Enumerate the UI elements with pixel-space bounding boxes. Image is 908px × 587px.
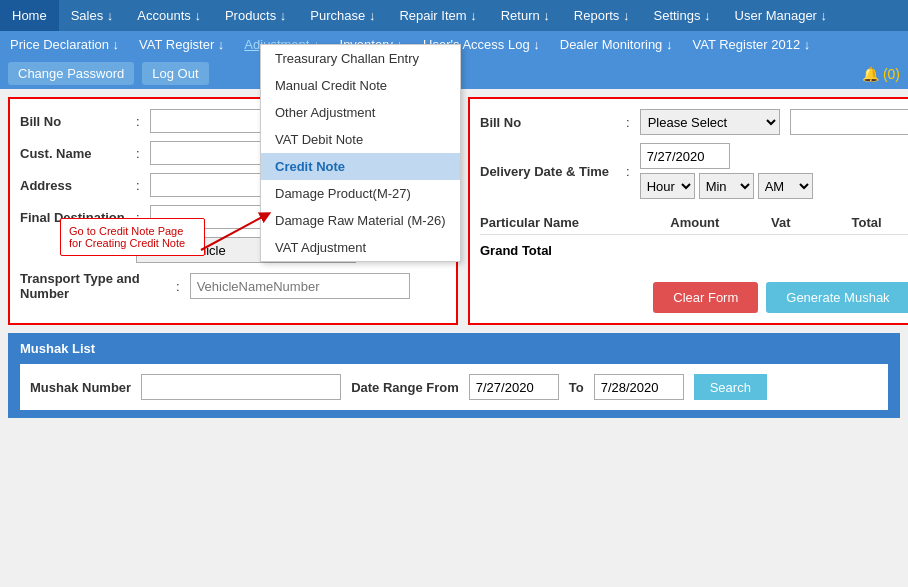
hour-select[interactable]: Hour	[640, 173, 695, 199]
nav-reports[interactable]: Reports ↓	[562, 0, 642, 31]
nav-accounts[interactable]: Accounts ↓	[125, 0, 213, 31]
date-from-input[interactable]	[469, 374, 559, 400]
nav-sales[interactable]: Sales ↓	[59, 0, 126, 31]
change-password-button[interactable]: Change Password	[8, 62, 134, 85]
date-range-label: Date Range From	[351, 380, 459, 395]
nav-user-manager[interactable]: User Manager ↓	[723, 0, 839, 31]
delivery-label: Delivery Date & Time	[480, 164, 620, 179]
delivery-colon: :	[626, 164, 630, 179]
mushak-title: Mushak List	[20, 341, 888, 356]
date-to-input[interactable]	[594, 374, 684, 400]
mushak-form: Mushak Number Date Range From To Search	[20, 364, 888, 410]
bill-no-label: Bill No	[20, 114, 130, 129]
nav-return[interactable]: Return ↓	[489, 0, 562, 31]
th-amount: Amount	[652, 215, 738, 230]
menu-credit-note[interactable]: Credit Note	[261, 153, 460, 180]
mushak-number-label: Mushak Number	[30, 380, 131, 395]
please-select-dropdown[interactable]: Please Select	[640, 109, 780, 135]
credit-note-tooltip: Go to Credit Note Page for Creating Cred…	[60, 218, 205, 256]
nav-dealer-monitoring[interactable]: Dealer Monitoring ↓	[550, 31, 683, 58]
svg-line-1	[201, 215, 266, 250]
transport-row: Transport Type and Number :	[20, 271, 446, 301]
cust-name-label: Cust. Name	[20, 146, 130, 161]
logout-button[interactable]: Log Out	[142, 62, 208, 85]
nav-home[interactable]: Home	[0, 0, 59, 31]
bill-no-colon: :	[136, 114, 140, 129]
mushak-search-button[interactable]: Search	[694, 374, 767, 400]
grand-total-row: Grand Total	[480, 239, 908, 262]
right-bill-no-label: Bill No	[480, 115, 620, 130]
menu-other-adjustment[interactable]: Other Adjustment	[261, 99, 460, 126]
cust-name-colon: :	[136, 146, 140, 161]
mushak-section: Mushak List Mushak Number Date Range Fro…	[8, 333, 900, 418]
delivery-date-input[interactable]	[640, 143, 730, 169]
top-nav: Home Sales ↓ Accounts ↓ Products ↓ Purch…	[0, 0, 908, 31]
th-particular-name: Particular Name	[480, 215, 652, 230]
menu-damage-raw-material[interactable]: Damage Raw Material (M-26)	[261, 207, 460, 234]
nav-vat-register-2012[interactable]: VAT Register 2012 ↓	[682, 31, 820, 58]
generate-mushak-button[interactable]: Generate Mushak	[766, 282, 908, 313]
grand-total-label: Grand Total	[480, 243, 552, 258]
table-header: Particular Name Amount Vat Total	[480, 211, 908, 235]
right-panel: Bill No : Please Select Delivery Date & …	[468, 97, 908, 325]
address-colon: :	[136, 178, 140, 193]
address-label: Address	[20, 178, 130, 193]
transport-colon: :	[176, 279, 180, 294]
nav-price-declaration[interactable]: Price Declaration ↓	[0, 31, 129, 58]
transport-label: Transport Type and Number	[20, 271, 170, 301]
action-row: Clear Form Generate Mushak	[480, 282, 908, 313]
nav-vat-register[interactable]: VAT Register ↓	[129, 31, 234, 58]
th-total: Total	[824, 215, 908, 230]
right-bill-input[interactable]	[790, 109, 908, 135]
nav-purchase[interactable]: Purchase ↓	[298, 0, 387, 31]
adjustment-dropdown: Treasurary Challan Entry Manual Credit N…	[260, 44, 461, 262]
menu-manual-credit[interactable]: Manual Credit Note	[261, 72, 460, 99]
notification-bell[interactable]: 🔔 (0)	[862, 66, 900, 82]
nav-settings[interactable]: Settings ↓	[641, 0, 722, 31]
clear-form-button[interactable]: Clear Form	[653, 282, 758, 313]
nav-products[interactable]: Products ↓	[213, 0, 298, 31]
menu-vat-debit-note[interactable]: VAT Debit Note	[261, 126, 460, 153]
menu-vat-adjustment[interactable]: VAT Adjustment	[261, 234, 460, 261]
right-bill-no-row: Bill No : Please Select	[480, 109, 908, 135]
min-select[interactable]: Min	[699, 173, 754, 199]
tooltip-arrow	[196, 210, 276, 260]
nav-repair[interactable]: Repair Item ↓	[387, 0, 488, 31]
menu-treasury-challan[interactable]: Treasurary Challan Entry	[261, 45, 460, 72]
mushak-number-input[interactable]	[141, 374, 341, 400]
ampm-select[interactable]: AM	[758, 173, 813, 199]
to-label: To	[569, 380, 584, 395]
right-bill-colon: :	[626, 115, 630, 130]
th-vat: Vat	[738, 215, 824, 230]
time-selects: Hour Min AM	[640, 173, 813, 199]
vehicle-number-input[interactable]	[190, 273, 410, 299]
delivery-row: Delivery Date & Time : Hour Min AM	[480, 143, 908, 199]
menu-damage-product[interactable]: Damage Product(M-27)	[261, 180, 460, 207]
